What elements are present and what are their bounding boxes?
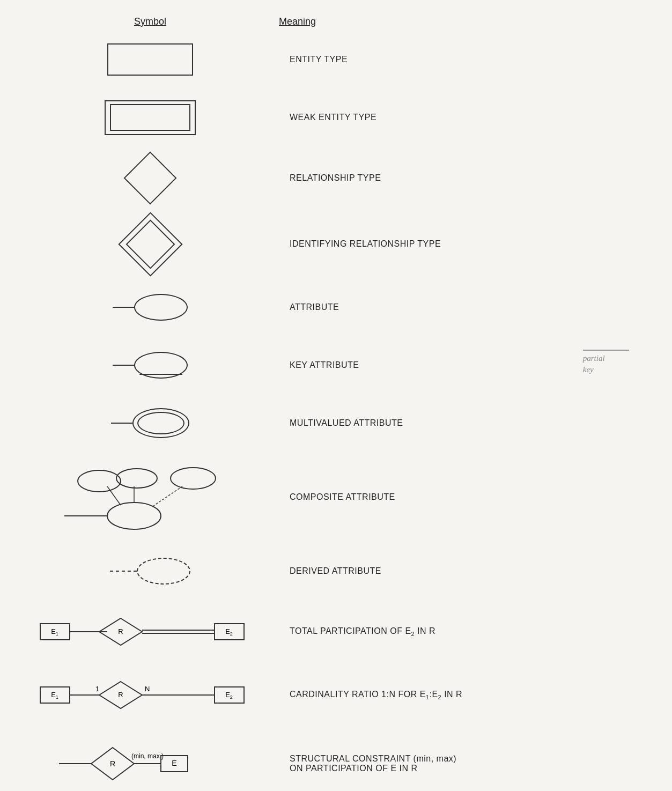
relationship-diamond	[124, 152, 177, 205]
meaning-relationship-type: RELATIONSHIP TYPE	[279, 173, 651, 183]
meaning-derived-attribute: DERIVED ATTRIBUTE	[279, 566, 651, 576]
attribute-container	[113, 294, 188, 321]
symbol-multivalued-attribute	[21, 408, 279, 438]
svg-text:E2: E2	[225, 691, 233, 700]
derived-line	[110, 571, 137, 572]
symbol-weak-entity-type	[21, 100, 279, 135]
structural-constraint-svg: R (min, max ) E	[48, 740, 252, 788]
svg-text:E1: E1	[51, 691, 58, 700]
svg-point-7	[171, 468, 216, 489]
row-weak-entity-type: WEAK ENTITY TYPE	[21, 96, 651, 139]
symbol-key-attribute	[21, 352, 279, 379]
meaning-structural-constraint: STRUCTURAL CONSTRAINT (min, max)ON PARTI…	[279, 754, 651, 773]
svg-text:N: N	[145, 685, 150, 693]
symbol-cardinality-ratio: E1 1 R N E2	[21, 676, 279, 714]
derived-container	[110, 558, 190, 585]
entity-type-symbol	[107, 43, 193, 76]
symbol-composite-attribute	[21, 462, 279, 532]
svg-text:E2: E2	[225, 627, 233, 637]
handwritten-note: partial key	[583, 338, 629, 375]
multivalued-container	[111, 408, 189, 438]
key-attribute-ellipse	[134, 352, 188, 379]
svg-point-5	[78, 470, 121, 492]
row-derived-attribute: DERIVED ATTRIBUTE	[21, 550, 651, 593]
symbol-identifying-relationship	[21, 217, 279, 271]
multivalued-outer-ellipse	[132, 408, 189, 438]
weak-entity-inner-rect	[110, 104, 190, 131]
row-total-participation: E1 R E2 TOTAL PARTICIPATION OF E2 IN R	[21, 608, 651, 656]
symbol-structural-constraint: R (min, max ) E	[21, 740, 279, 788]
symbol-total-participation: E1 R E2	[21, 613, 279, 650]
svg-text:R: R	[118, 691, 123, 699]
relationship-diamond-container	[126, 154, 174, 202]
meaning-header: Meaning	[279, 16, 316, 27]
svg-text:R: R	[110, 759, 115, 768]
row-relationship-type: RELATIONSHIP TYPE	[21, 154, 651, 202]
symbol-derived-attribute	[21, 558, 279, 585]
row-composite-attribute: COMPOSITE ATTRIBUTE	[21, 460, 651, 535]
row-structural-constraint: R (min, max ) E STRUCTURAL CONSTRAINT (m…	[21, 734, 651, 791]
svg-text:E1: E1	[51, 627, 58, 637]
row-cardinality-ratio: E1 1 R N E2 CARDINALITY RATIO 1:N FOR E1…	[21, 671, 651, 719]
identifying-diamond-inner	[125, 219, 175, 269]
derived-ellipse	[137, 558, 190, 585]
row-multivalued-attribute: MULTIVALUED ATTRIBUTE	[21, 402, 651, 445]
meaning-cardinality-ratio: CARDINALITY RATIO 1:N FOR E1:E2 IN R	[279, 690, 651, 700]
key-attribute-container	[113, 352, 188, 379]
total-participation-svg: E1 R E2	[38, 613, 263, 650]
identifying-diamond-container	[123, 217, 177, 271]
row-entity-type: ENTITY TYPE	[21, 38, 651, 81]
svg-text:R: R	[118, 627, 123, 635]
key-attribute-line	[113, 365, 134, 366]
row-attribute: ATTRIBUTE	[21, 286, 651, 329]
svg-line-4	[153, 486, 182, 506]
meaning-weak-entity-type: WEAK ENTITY TYPE	[279, 113, 651, 122]
multivalued-inner-ellipse	[137, 412, 184, 434]
attribute-ellipse	[134, 294, 188, 321]
weak-entity-outer-rect	[105, 100, 196, 135]
symbol-header: Symbol	[134, 16, 166, 27]
svg-text:1: 1	[95, 685, 99, 693]
meaning-entity-type: ENTITY TYPE	[279, 55, 651, 64]
cardinality-ratio-svg: E1 1 R N E2	[38, 676, 263, 714]
meaning-composite-attribute: COMPOSITE ATTRIBUTE	[279, 492, 651, 502]
meaning-attribute: ATTRIBUTE	[279, 302, 651, 312]
svg-text:E: E	[172, 759, 176, 767]
meaning-multivalued-attribute: MULTIVALUED ATTRIBUTE	[279, 418, 651, 428]
svg-point-1	[107, 502, 161, 529]
meaning-identifying-relationship-type: IDENTIFYING RELATIONSHIP TYPE	[279, 239, 651, 249]
row-key-attribute: KEY ATTRIBUTE partial key	[21, 344, 651, 387]
meaning-total-participation: TOTAL PARTICIPATION OF E2 IN R	[279, 626, 651, 637]
composite-attribute-svg	[64, 462, 236, 532]
row-identifying-relationship-type: IDENTIFYING RELATIONSHIP TYPE	[21, 217, 651, 271]
multivalued-line	[111, 423, 132, 424]
svg-point-6	[116, 469, 157, 488]
attribute-line	[113, 307, 134, 308]
symbol-relationship-type	[21, 154, 279, 202]
svg-text:(min, max ): (min, max )	[131, 752, 164, 760]
symbol-entity-type	[21, 43, 279, 76]
symbol-attribute	[21, 294, 279, 321]
